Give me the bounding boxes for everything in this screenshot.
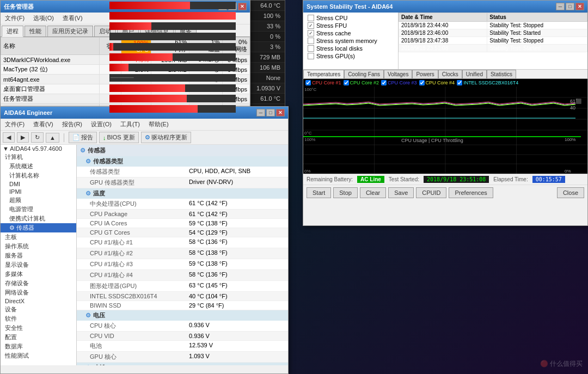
aida64-menu-view[interactable]: 查看(V): [31, 120, 56, 129]
stress-checkbox[interactable]: [308, 22, 314, 29]
stress-label: Stress GPU(s): [316, 53, 355, 59]
stress-option[interactable]: Stress system memory: [308, 38, 394, 44]
tree-item[interactable]: 便携式计算机: [1, 214, 76, 223]
toolbar-bios-btn[interactable]: ↓ BIOS 更新: [99, 132, 139, 143]
aida64-menu-help[interactable]: 帮助(E): [146, 120, 171, 129]
close-button[interactable]: Close: [557, 187, 584, 198]
stress-option[interactable]: Stress FPU: [308, 22, 394, 29]
legend-item: CPU Core #3: [381, 80, 417, 85]
log-time: 2018/9/18 23:47:38: [399, 37, 487, 45]
tree-item[interactable]: 安全性: [1, 323, 76, 333]
tree-item[interactable]: 主板: [1, 232, 76, 242]
tree-item[interactable]: DMI: [1, 180, 76, 188]
aida64-menu-settings[interactable]: 设置(O): [89, 120, 114, 129]
stab-maximize[interactable]: □: [566, 3, 574, 10]
legend-checkbox[interactable]: [381, 80, 387, 85]
item-value: 1.093 V: [186, 352, 288, 363]
gpu-bar: [109, 43, 113, 51]
stress-checkbox[interactable]: [308, 15, 314, 21]
tree-item[interactable]: 配置: [1, 333, 76, 342]
toolbar-report-btn[interactable]: 📄 报告: [69, 132, 97, 143]
legend-checkbox[interactable]: [344, 80, 349, 85]
tree-item[interactable]: 显示设备: [1, 260, 76, 269]
gpu-bar: [109, 105, 198, 113]
temp-chart-svg: 61⬛ 40 100°C 0°C: [303, 87, 587, 136]
item-value: 29 °C (84 °F): [186, 301, 288, 310]
tree-item[interactable]: 网络设备: [1, 288, 76, 297]
watermark-icon: 🔴: [540, 360, 550, 367]
tree-item[interactable]: 软件: [1, 314, 76, 323]
tab-cooling-fans[interactable]: Cooling Fans: [344, 70, 384, 78]
nav-forward[interactable]: ▶: [17, 132, 29, 143]
preferences-button[interactable]: Preferences: [449, 187, 493, 198]
legend-checkbox[interactable]: [457, 80, 462, 85]
tree-item[interactable]: 计算机: [1, 152, 76, 162]
stress-option[interactable]: Stress GPU(s): [308, 53, 394, 59]
menu-view[interactable]: 查看(V): [60, 14, 85, 23]
tree-item[interactable]: 数据库: [1, 342, 76, 351]
stop-button[interactable]: Stop: [333, 187, 358, 198]
stress-option[interactable]: Stress CPU: [308, 15, 394, 21]
tree-item[interactable]: 存储设备: [1, 279, 76, 288]
tree-item[interactable]: 系统概述: [1, 162, 76, 171]
nav-up[interactable]: ▲: [46, 133, 59, 143]
tab-powers[interactable]: Powers: [412, 70, 438, 78]
tree-item[interactable]: 服务器: [1, 251, 76, 260]
save-button[interactable]: Save: [388, 187, 414, 198]
aida64-menu-report[interactable]: 报告(R): [60, 120, 84, 129]
temperature-chart: 61⬛ 40 100°C 0°C 23:43:36 23:46:40 23:47…: [303, 87, 587, 136]
tree-item[interactable]: 多媒体: [1, 269, 76, 279]
menu-file[interactable]: 文件(F): [3, 14, 27, 23]
start-button[interactable]: Start: [307, 187, 331, 198]
aida64-menu-file[interactable]: 文件(F): [3, 120, 27, 129]
legend-checkbox[interactable]: [305, 80, 311, 85]
stab-minimize[interactable]: ─: [556, 3, 565, 10]
tab-temperatures[interactable]: Temperatures: [303, 70, 344, 78]
stab-close[interactable]: ✕: [575, 3, 584, 10]
tab-unified[interactable]: Unified: [462, 70, 487, 78]
svg-text:0%: 0%: [304, 169, 311, 174]
tree-item[interactable]: DirectX: [1, 297, 76, 305]
menu-options[interactable]: 选项(O): [31, 14, 56, 23]
subsection-icon: ⚙: [85, 312, 91, 319]
stability-title: System Stability Test - AIDA64: [307, 3, 393, 10]
log-col-status: Status: [487, 13, 587, 22]
stress-option[interactable]: Stress cache: [308, 30, 394, 36]
gpu-bar: [109, 53, 173, 61]
gpu-bar-container: ──────: [109, 74, 236, 82]
tab-processes[interactable]: 进程: [2, 26, 23, 37]
tree-item[interactable]: 计算机名称: [1, 171, 76, 180]
tree-item[interactable]: 设备: [1, 305, 76, 314]
tree-item[interactable]: 操作系统: [1, 242, 76, 251]
aida64-minimize[interactable]: ─: [256, 109, 265, 117]
aida64-menu-tools[interactable]: 工具(T): [118, 120, 142, 129]
stress-checkbox[interactable]: [308, 45, 314, 52]
tab-performance[interactable]: 性能: [24, 26, 46, 36]
tree-item[interactable]: 性能测试: [1, 351, 76, 360]
tab-clocks[interactable]: Clocks: [438, 70, 462, 78]
tab-statistics[interactable]: Statistics: [487, 70, 516, 78]
legend-checkbox[interactable]: [419, 80, 425, 85]
tree-item[interactable]: 电源管理: [1, 205, 76, 214]
nav-back[interactable]: ◀: [3, 132, 15, 143]
stress-checkbox[interactable]: [308, 53, 314, 59]
nav-refresh[interactable]: ↻: [31, 132, 44, 143]
tab-voltages[interactable]: Voltages: [384, 70, 412, 78]
info-bar: Remaining Battery: AC Line Test Started:…: [303, 174, 587, 185]
tree-item[interactable]: 超频: [1, 195, 76, 205]
clear-button[interactable]: Clear: [360, 187, 386, 198]
tree-item[interactable]: ⚙ 传感器: [1, 223, 76, 232]
stress-checkbox[interactable]: [308, 38, 314, 44]
item-name: CPU GT Cores: [77, 228, 186, 237]
tree-item[interactable]: IPMI: [1, 188, 76, 195]
stress-option[interactable]: Stress local disks: [308, 45, 394, 52]
svg-text:0%: 0%: [565, 169, 571, 174]
stress-checkbox[interactable]: [308, 30, 314, 36]
tree-item[interactable]: ▼ AIDA64 v5.97.4600: [1, 145, 76, 152]
toolbar-driver-btn[interactable]: ⚙ 驱动程序更新: [141, 132, 191, 143]
tab-app-history[interactable]: 应用历史记录: [47, 26, 93, 36]
aida64-maximize[interactable]: □: [266, 109, 275, 117]
cpuid-button[interactable]: CPUID: [416, 187, 446, 198]
close-button[interactable]: ✕: [238, 3, 247, 10]
aida64-close[interactable]: ✕: [276, 109, 285, 117]
